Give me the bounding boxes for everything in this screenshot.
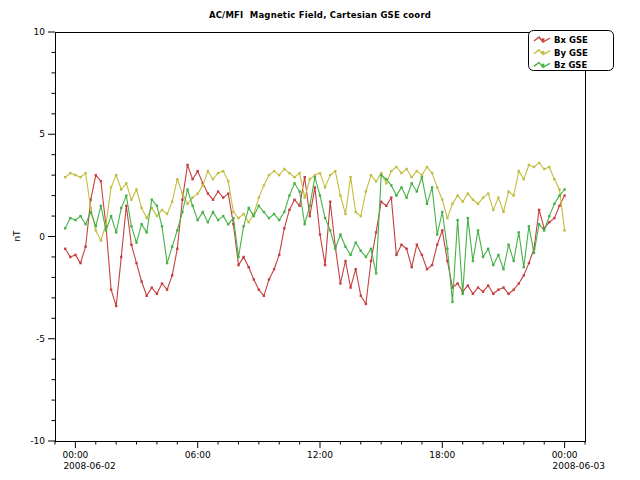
data-point-marker xyxy=(533,252,535,254)
data-point-marker xyxy=(186,203,188,205)
data-point-marker xyxy=(278,254,280,256)
data-point-marker xyxy=(538,162,540,164)
x-tick-label: 06:00 xyxy=(185,450,211,460)
data-point-marker xyxy=(171,274,173,276)
data-point-marker xyxy=(497,196,499,198)
data-point-marker xyxy=(227,180,229,182)
data-point-marker xyxy=(370,260,372,262)
data-point-marker xyxy=(456,219,458,221)
data-point-marker xyxy=(64,248,66,250)
data-point-marker xyxy=(125,205,127,207)
data-point-marker xyxy=(293,176,295,178)
data-point-marker xyxy=(186,188,188,190)
data-point-marker xyxy=(140,280,142,282)
data-point-marker xyxy=(217,219,219,221)
data-point-marker xyxy=(207,170,209,172)
data-point-marker xyxy=(548,166,550,168)
data-point-marker xyxy=(207,192,209,194)
data-point-marker xyxy=(385,182,387,184)
data-point-marker xyxy=(390,196,392,198)
data-point-marker xyxy=(395,254,397,256)
data-point-marker xyxy=(237,256,239,258)
data-point-marker xyxy=(477,286,479,288)
data-point-marker xyxy=(523,178,525,180)
data-point-marker xyxy=(553,203,555,205)
data-point-marker xyxy=(197,219,199,221)
data-point-marker xyxy=(268,278,270,280)
data-point-marker xyxy=(120,207,122,209)
data-point-marker xyxy=(380,174,382,176)
data-point-marker xyxy=(563,194,565,196)
data-point-marker xyxy=(237,264,239,266)
data-point-marker xyxy=(411,266,413,268)
data-point-marker xyxy=(563,188,565,190)
data-point-marker xyxy=(492,264,494,266)
data-point-marker xyxy=(431,172,433,174)
data-point-marker xyxy=(451,301,453,303)
data-point-marker xyxy=(90,207,92,209)
data-point-marker xyxy=(390,170,392,172)
data-point-marker xyxy=(319,194,321,196)
data-point-marker xyxy=(212,178,214,180)
data-point-marker xyxy=(513,260,515,262)
data-point-marker xyxy=(492,209,494,211)
data-point-marker xyxy=(482,256,484,258)
data-point-marker xyxy=(426,203,428,205)
data-point-marker xyxy=(171,246,173,248)
data-point-marker xyxy=(416,244,418,246)
data-point-marker xyxy=(84,246,86,248)
data-point-marker xyxy=(120,188,122,190)
data-point-marker xyxy=(319,172,321,174)
data-point-marker xyxy=(278,219,280,221)
data-point-marker xyxy=(258,289,260,291)
series-bz-gse xyxy=(64,174,566,303)
data-point-marker xyxy=(558,194,560,196)
data-point-marker xyxy=(477,203,479,205)
data-point-marker xyxy=(482,196,484,198)
data-point-marker xyxy=(472,293,474,295)
data-point-marker xyxy=(232,211,234,213)
data-point-marker xyxy=(161,282,163,284)
data-point-marker xyxy=(395,166,397,168)
data-point-marker xyxy=(528,262,530,264)
data-point-marker xyxy=(176,248,178,250)
data-point-marker xyxy=(248,221,250,223)
data-point-marker xyxy=(370,248,372,250)
data-point-marker xyxy=(166,213,168,215)
data-point-marker xyxy=(385,205,387,207)
data-point-marker xyxy=(105,229,107,231)
data-point-marker xyxy=(242,225,244,227)
data-point-marker xyxy=(100,205,102,207)
data-point-marker xyxy=(79,262,81,264)
data-point-marker xyxy=(298,190,300,192)
data-point-marker xyxy=(543,229,545,231)
data-point-marker xyxy=(446,217,448,219)
data-point-marker xyxy=(395,194,397,196)
y-tick-label: 10 xyxy=(34,27,46,37)
data-point-marker xyxy=(197,170,199,172)
data-point-marker xyxy=(339,282,341,284)
data-point-marker xyxy=(523,274,525,276)
legend-label: Bx GSE xyxy=(554,35,588,45)
data-point-marker xyxy=(298,172,300,174)
data-point-marker xyxy=(90,211,92,213)
axes: 00:002008-06-0206:0012:0018:0000:002008-… xyxy=(30,27,605,471)
data-point-marker xyxy=(441,211,443,213)
data-point-marker xyxy=(95,229,97,231)
data-point-marker xyxy=(314,186,316,188)
data-point-marker xyxy=(538,209,540,211)
chart-title: AC/MFI Magnetic Field, Cartesian GSE coo… xyxy=(0,10,640,20)
data-point-marker xyxy=(477,229,479,231)
data-point-marker xyxy=(400,172,402,174)
data-point-marker xyxy=(100,239,102,241)
data-point-marker xyxy=(207,221,209,223)
data-point-marker xyxy=(217,190,219,192)
data-point-marker xyxy=(319,233,321,235)
data-point-marker xyxy=(181,192,183,194)
data-point-marker xyxy=(416,170,418,172)
data-point-marker xyxy=(140,207,142,209)
data-point-marker xyxy=(355,211,357,213)
data-point-marker xyxy=(507,293,509,295)
data-point-marker xyxy=(95,174,97,176)
data-point-marker xyxy=(304,223,306,225)
